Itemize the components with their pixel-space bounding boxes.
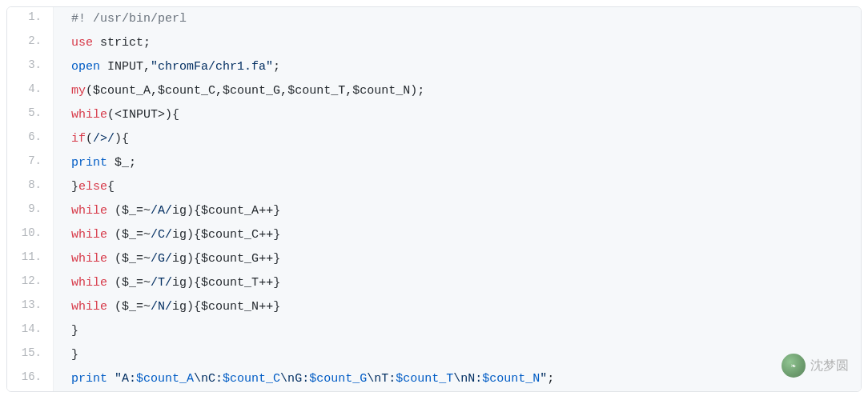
code-token: ){ (115, 132, 129, 146)
code-token: (<INPUT>){ (107, 108, 179, 122)
code-token: ig (172, 252, 187, 266)
code-token: =~ (136, 276, 151, 290)
code-token: $count_A (136, 372, 194, 386)
code-token: ( (86, 132, 93, 146)
code-token: " (540, 372, 547, 386)
code-token (93, 36, 100, 50)
code-line: while ($_=~/C/ig){$count_C++} (54, 223, 861, 247)
line-number: 5. (7, 103, 54, 127)
line-number: 13. (7, 295, 54, 319)
code-token: ){ (187, 276, 201, 290)
code-token: , (280, 84, 287, 98)
code-line: } (54, 319, 861, 343)
code-line: while ($_=~/N/ig){$count_N++} (54, 295, 861, 319)
code-row: 11.while ($_=~/G/ig){$count_G++} (7, 247, 861, 271)
code-token: } (71, 180, 78, 194)
watermark: ❧ 沈梦圆 (782, 354, 849, 378)
code-token: "chromFa/chr1.fa" (151, 60, 273, 74)
code-token: ++} (259, 228, 280, 242)
code-token: /C/ (151, 228, 172, 242)
code-token: $_ (115, 156, 129, 170)
code-token: $count_C (223, 372, 280, 386)
code-row: 15.} (7, 343, 861, 367)
code-token: ++} (259, 252, 280, 266)
code-token: $count_N (482, 372, 540, 386)
code-row: 7.print $_; (7, 151, 861, 175)
code-token: $count_N (201, 300, 259, 314)
code-token (107, 156, 115, 170)
line-number: 9. (7, 199, 54, 223)
code-token: ++} (259, 204, 280, 218)
code-line: while ($_=~/G/ig){$count_G++} (54, 247, 861, 271)
code-line: while(<INPUT>){ (54, 103, 861, 127)
code-line: if(/>/){ (54, 127, 861, 151)
code-token: while (71, 228, 107, 242)
line-number: 14. (7, 319, 54, 343)
code-token: , (151, 84, 158, 98)
code-token: ; (273, 60, 280, 74)
code-token: \n (280, 372, 295, 386)
code-token: G: (295, 372, 309, 386)
code-token: $count_C (201, 228, 259, 242)
code-token: print (71, 156, 107, 170)
line-number: 16. (7, 367, 54, 391)
code-row: 5.while(<INPUT>){ (7, 103, 861, 127)
code-token: \n (367, 372, 381, 386)
code-token: $count_G (223, 84, 280, 98)
code-row: 2.use strict; (7, 31, 861, 55)
code-token: =~ (136, 300, 151, 314)
code-token: use (71, 36, 93, 50)
line-number: 12. (7, 271, 54, 295)
line-number: 7. (7, 151, 54, 175)
code-row: 14.} (7, 319, 861, 343)
code-token: { (107, 180, 115, 194)
code-line: my($count_A,$count_C,$count_G,$count_T,$… (54, 79, 861, 103)
code-token: =~ (136, 204, 151, 218)
code-token: , (215, 84, 223, 98)
code-token: /G/ (151, 252, 172, 266)
code-token: $count_N (352, 84, 410, 98)
code-token: /N/ (151, 300, 172, 314)
code-token: $count_A (93, 84, 151, 98)
code-token: $count_T (201, 276, 259, 290)
code-token: if (71, 132, 86, 146)
code-token: else (78, 180, 107, 194)
code-token: "A: (115, 372, 136, 386)
code-line: open INPUT,"chromFa/chr1.fa"; (54, 55, 861, 79)
code-token: print (71, 372, 107, 386)
line-number: 6. (7, 127, 54, 151)
code-token: while (71, 300, 107, 314)
code-line: use strict; (54, 31, 861, 55)
code-token: , (345, 84, 352, 98)
code-token: open (71, 60, 100, 74)
code-row: 9.while ($_=~/A/ig){$count_A++} (7, 199, 861, 223)
code-token: ; (143, 36, 151, 50)
line-number: 8. (7, 175, 54, 199)
line-number: 2. (7, 31, 54, 55)
code-token: =~ (136, 252, 151, 266)
line-number: 10. (7, 223, 54, 247)
code-token: ig (172, 204, 187, 218)
code-token: \n (194, 372, 208, 386)
line-number: 11. (7, 247, 54, 271)
code-token: ( (107, 276, 122, 290)
code-token: ( (107, 204, 122, 218)
code-row: 13.while ($_=~/N/ig){$count_N++} (7, 295, 861, 319)
code-token: ){ (187, 252, 201, 266)
code-token: while (71, 276, 107, 290)
code-token: my (71, 84, 86, 98)
code-token: $_ (122, 252, 136, 266)
code-token: ){ (187, 204, 201, 218)
code-row: 12.while ($_=~/T/ig){$count_T++} (7, 271, 861, 295)
line-number: 4. (7, 79, 54, 103)
code-line: } (54, 343, 861, 367)
code-token: />/ (93, 132, 115, 146)
code-token: N: (468, 372, 482, 386)
code-token: ig (172, 276, 187, 290)
code-token: #! /usr/bin/perl (71, 12, 187, 26)
code-token: ; (129, 156, 136, 170)
wechat-avatar-icon: ❧ (782, 354, 806, 378)
code-token: INPUT, (100, 60, 151, 74)
code-token: ( (107, 252, 122, 266)
code-token: $_ (122, 276, 136, 290)
